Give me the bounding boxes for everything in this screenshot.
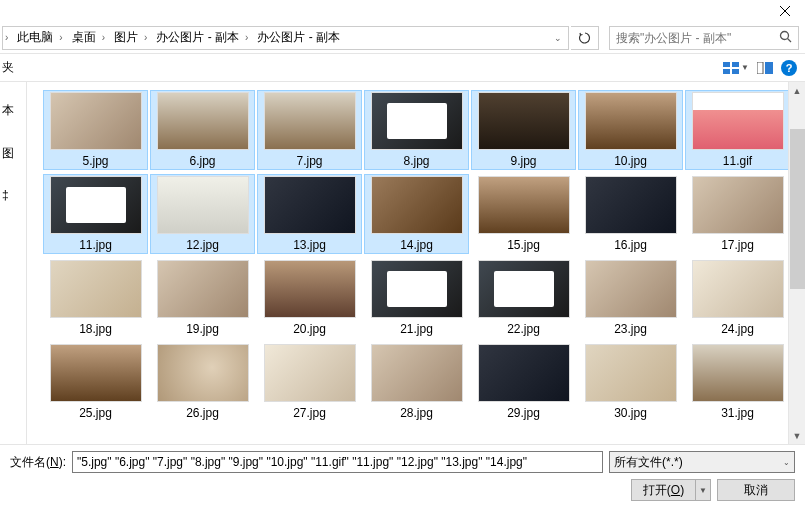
thumbnail-image	[50, 260, 142, 318]
thumbnail-label: 8.jpg	[403, 154, 429, 168]
sidebar: 本 图 ‡	[0, 82, 27, 444]
breadcrumb-item[interactable]: 此电脑	[10, 27, 57, 49]
thumbnail-image	[50, 92, 142, 150]
close-button[interactable]	[765, 0, 805, 22]
filetype-value: 所有文件(*.*)	[614, 454, 683, 471]
search-input[interactable]	[616, 31, 779, 45]
thumbnail-image	[371, 92, 463, 150]
file-thumbnail[interactable]: 26.jpg	[150, 342, 255, 422]
breadcrumb-item[interactable]: 图片	[107, 27, 142, 49]
thumbnail-label: 14.jpg	[400, 238, 433, 252]
file-thumbnail[interactable]: 16.jpg	[578, 174, 683, 254]
file-thumbnail[interactable]: 6.jpg	[150, 90, 255, 170]
file-thumbnail[interactable]: 14.jpg	[364, 174, 469, 254]
chevron-right-icon: ›	[3, 32, 10, 43]
filetype-select[interactable]: 所有文件(*.*) ⌄	[609, 451, 795, 473]
sidebar-item[interactable]: 本	[2, 102, 14, 119]
breadcrumb-item[interactable]: 办公图片 - 副本	[250, 27, 344, 49]
open-dropdown-button[interactable]: ▼	[695, 479, 711, 501]
file-thumbnail[interactable]: 15.jpg	[471, 174, 576, 254]
chevron-right-icon: ›	[57, 32, 64, 43]
open-button[interactable]: 打开(O)	[631, 479, 695, 501]
thumbnail-image	[50, 344, 142, 402]
sidebar-item[interactable]: 图	[2, 145, 14, 162]
file-thumbnail[interactable]: 10.jpg	[578, 90, 683, 170]
thumbnail-image	[478, 344, 570, 402]
file-thumbnail[interactable]: 23.jpg	[578, 258, 683, 338]
chevron-down-icon: ⌄	[783, 458, 790, 467]
thumbnail-label: 28.jpg	[400, 406, 433, 420]
thumbnail-label: 6.jpg	[189, 154, 215, 168]
thumbnail-image	[157, 176, 249, 234]
file-thumbnail[interactable]: 20.jpg	[257, 258, 362, 338]
folder-label: 夹	[2, 59, 14, 76]
filename-input[interactable]	[72, 451, 603, 473]
breadcrumb[interactable]: › 此电脑 › 桌面 › 图片 › 办公图片 - 副本 › 办公图片 - 副本 …	[2, 26, 569, 50]
thumbnail-label: 20.jpg	[293, 322, 326, 336]
breadcrumb-item[interactable]: 桌面	[65, 27, 100, 49]
thumbnail-label: 25.jpg	[79, 406, 112, 420]
thumbnail-label: 13.jpg	[293, 238, 326, 252]
file-thumbnail[interactable]: 11.jpg	[43, 174, 148, 254]
file-thumbnail[interactable]: 30.jpg	[578, 342, 683, 422]
thumbnail-label: 11.gif	[723, 154, 752, 168]
view-mode-button[interactable]: ▼	[723, 62, 749, 74]
sidebar-item[interactable]: ‡	[2, 188, 9, 202]
file-thumbnail[interactable]: 31.jpg	[685, 342, 790, 422]
thumbnail-image	[478, 260, 570, 318]
thumbnail-image	[50, 176, 142, 234]
thumbnail-image	[157, 344, 249, 402]
thumbnail-label: 12.jpg	[186, 238, 219, 252]
thumbnail-image	[692, 176, 784, 234]
svg-line-3	[788, 38, 792, 42]
thumbnail-label: 5.jpg	[82, 154, 108, 168]
thumbnail-image	[157, 260, 249, 318]
chevron-down-icon: ▼	[699, 486, 707, 495]
file-thumbnail[interactable]: 13.jpg	[257, 174, 362, 254]
file-thumbnail[interactable]: 27.jpg	[257, 342, 362, 422]
thumbnail-image	[478, 176, 570, 234]
help-button[interactable]: ?	[781, 60, 797, 76]
chevron-right-icon: ›	[142, 32, 149, 43]
file-thumbnail[interactable]: 22.jpg	[471, 258, 576, 338]
refresh-icon	[578, 31, 592, 45]
file-thumbnail[interactable]: 25.jpg	[43, 342, 148, 422]
search-box[interactable]	[609, 26, 799, 50]
thumbnail-label: 30.jpg	[614, 406, 647, 420]
file-thumbnail[interactable]: 18.jpg	[43, 258, 148, 338]
close-icon	[779, 5, 791, 17]
cancel-button[interactable]: 取消	[717, 479, 795, 501]
scrollbar-vertical[interactable]: ▲ ▼	[788, 82, 805, 444]
chevron-right-icon: ›	[100, 32, 107, 43]
file-thumbnail[interactable]: 21.jpg	[364, 258, 469, 338]
file-thumbnail[interactable]: 8.jpg	[364, 90, 469, 170]
breadcrumb-item[interactable]: 办公图片 - 副本	[149, 27, 243, 49]
file-thumbnail[interactable]: 12.jpg	[150, 174, 255, 254]
scroll-up-button[interactable]: ▲	[789, 82, 805, 99]
thumbnail-label: 9.jpg	[510, 154, 536, 168]
thumbnail-image	[585, 92, 677, 150]
thumbnail-label: 10.jpg	[614, 154, 647, 168]
thumbnail-image	[371, 344, 463, 402]
file-thumbnail[interactable]: 11.gif	[685, 90, 790, 170]
file-thumbnail[interactable]: 9.jpg	[471, 90, 576, 170]
file-thumbnail[interactable]: 19.jpg	[150, 258, 255, 338]
preview-pane-button[interactable]	[757, 62, 773, 74]
refresh-button[interactable]	[571, 26, 599, 50]
search-icon[interactable]	[779, 30, 792, 46]
file-thumbnail[interactable]: 24.jpg	[685, 258, 790, 338]
file-thumbnail[interactable]: 5.jpg	[43, 90, 148, 170]
chevron-down-icon[interactable]: ⌄	[548, 33, 568, 43]
file-grid[interactable]: 5.jpg6.jpg7.jpg8.jpg9.jpg10.jpg11.gif11.…	[27, 82, 805, 444]
file-thumbnail[interactable]: 17.jpg	[685, 174, 790, 254]
file-thumbnail[interactable]: 7.jpg	[257, 90, 362, 170]
svg-rect-5	[732, 62, 739, 67]
svg-rect-9	[765, 62, 773, 74]
thumbnail-label: 16.jpg	[614, 238, 647, 252]
svg-rect-7	[732, 69, 739, 74]
thumbnail-image	[692, 344, 784, 402]
file-thumbnail[interactable]: 28.jpg	[364, 342, 469, 422]
scroll-thumb[interactable]	[790, 129, 805, 289]
file-thumbnail[interactable]: 29.jpg	[471, 342, 576, 422]
scroll-down-button[interactable]: ▼	[789, 427, 805, 444]
